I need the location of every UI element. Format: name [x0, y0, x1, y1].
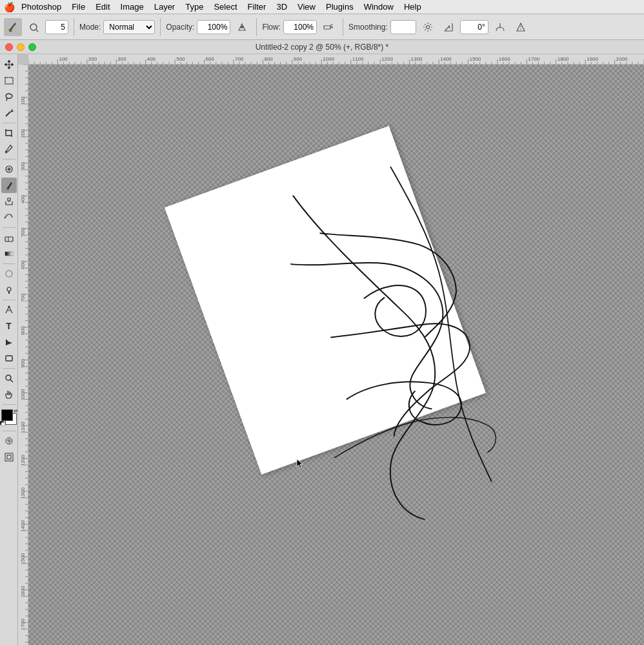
- document-titlebar: Untitled-2 copy 2 @ 50% (+, RGB/8*) *: [0, 40, 644, 54]
- svg-line-13: [6, 112, 10, 116]
- svg-line-16: [12, 111, 14, 112]
- tool-blur[interactable]: [1, 266, 17, 282]
- tool-move[interactable]: [1, 57, 17, 72]
- tool-dodge[interactable]: [1, 282, 17, 298]
- menu-layer[interactable]: Layer: [150, 0, 180, 14]
- close-button[interactable]: [5, 43, 13, 51]
- options-toolbar: Mode: Normal Multiply Screen Overlay Opa…: [0, 14, 644, 40]
- apple-menu[interactable]: 🍎: [3, 0, 15, 14]
- minimize-button[interactable]: [17, 43, 25, 51]
- opacity-input[interactable]: [197, 20, 230, 34]
- menu-plugins[interactable]: Plugins: [321, 0, 358, 14]
- lt-separator-1: [3, 123, 15, 123]
- document-canvas: [165, 126, 486, 475]
- canvas-area-wrapper: [18, 54, 644, 645]
- menu-photoshop[interactable]: Photoshop: [17, 0, 66, 14]
- swap-colors-icon[interactable]: ⇄: [14, 408, 18, 414]
- tool-marquee-rect[interactable]: [1, 73, 17, 88]
- tool-healing[interactable]: [1, 161, 17, 177]
- main-area: Untitled-2 copy 2 @ 50% (+, RGB/8*) *: [0, 40, 644, 645]
- lt-separator-5: [3, 300, 15, 300]
- lt-separator-3: [3, 227, 15, 228]
- angle-icon[interactable]: [439, 18, 458, 36]
- tool-history-brush[interactable]: [1, 210, 17, 225]
- brush-tool-icon[interactable]: [4, 18, 22, 36]
- mode-label: Mode:: [79, 23, 101, 32]
- tool-quick-mask[interactable]: [1, 433, 17, 449]
- svg-rect-23: [5, 237, 13, 241]
- pressure-icon[interactable]: [491, 18, 509, 36]
- svg-rect-4: [324, 26, 330, 29]
- airbrush-toggle[interactable]: [319, 18, 337, 36]
- svg-rect-12: [5, 77, 13, 84]
- foreground-color-swatch[interactable]: [1, 409, 13, 421]
- tool-brush[interactable]: [1, 178, 17, 193]
- tool-eraser[interactable]: [1, 230, 17, 245]
- smoothing-label: Smoothing:: [348, 23, 388, 32]
- document-title: Untitled-2 copy 2 @ 50% (+, RGB/8*) *: [256, 43, 389, 52]
- brush-size-input[interactable]: [45, 20, 68, 34]
- svg-rect-36: [5, 453, 13, 461]
- tool-crop[interactable]: [1, 125, 17, 141]
- ruler-h-canvas: [28, 54, 644, 65]
- menu-image[interactable]: Image: [116, 0, 148, 14]
- svg-line-32: [10, 380, 13, 382]
- mode-select[interactable]: Normal Multiply Screen Overlay: [103, 20, 155, 34]
- ruler-horizontal: [28, 54, 644, 65]
- flow-input[interactable]: [283, 20, 317, 34]
- canvas-with-rulers: [18, 65, 644, 645]
- menu-window[interactable]: Window: [359, 0, 398, 14]
- maximize-button[interactable]: [28, 43, 36, 51]
- toolbar-separator-3: [256, 18, 257, 36]
- lt-separator-8: [3, 431, 15, 431]
- smoothing-settings-icon[interactable]: [419, 18, 437, 36]
- tool-pen[interactable]: [1, 302, 17, 318]
- svg-point-7: [331, 26, 332, 27]
- left-toolbar: T ⇄: [0, 54, 18, 645]
- toolbar-separator-2: [160, 18, 161, 36]
- menu-filter[interactable]: Filter: [243, 0, 271, 14]
- svg-line-15: [12, 110, 13, 110]
- svg-point-29: [8, 306, 10, 308]
- color-swatches[interactable]: ⇄: [0, 408, 18, 427]
- menu-type[interactable]: Type: [181, 0, 208, 14]
- canvas-scroll-area[interactable]: [28, 65, 644, 645]
- tool-path-select[interactable]: [1, 334, 17, 350]
- angle-input[interactable]: [460, 20, 488, 34]
- tool-shape[interactable]: [1, 351, 17, 366]
- menu-help[interactable]: Help: [399, 0, 426, 14]
- canvas-background: [28, 65, 644, 645]
- smoothing-input[interactable]: [390, 20, 416, 34]
- svg-point-6: [332, 24, 333, 25]
- tool-artboard[interactable]: [1, 449, 17, 465]
- svg-point-1: [30, 24, 37, 30]
- flow-label: Flow:: [262, 23, 281, 32]
- symmetry-icon[interactable]: [512, 18, 530, 36]
- menu-view[interactable]: View: [293, 0, 320, 14]
- tool-gradient[interactable]: [1, 246, 17, 261]
- reset-colors-icon[interactable]: [0, 421, 5, 427]
- menu-edit[interactable]: Edit: [91, 0, 114, 14]
- tool-hand[interactable]: [1, 387, 17, 402]
- svg-point-26: [6, 271, 12, 277]
- svg-point-31: [6, 375, 11, 380]
- tool-eyedropper[interactable]: [1, 141, 17, 157]
- svg-point-3: [241, 26, 243, 28]
- lt-separator-4: [3, 263, 15, 264]
- tool-zoom[interactable]: [1, 371, 17, 386]
- menu-3d[interactable]: 3D: [272, 0, 292, 14]
- ruler-vertical: [18, 65, 28, 645]
- tool-type[interactable]: T: [1, 318, 17, 334]
- tool-magic-wand[interactable]: [1, 105, 17, 121]
- svg-rect-34: [1, 422, 5, 426]
- tool-lasso[interactable]: [1, 89, 17, 105]
- lt-separator-7: [3, 404, 15, 405]
- opacity-pressure[interactable]: [233, 18, 251, 36]
- brush-size-presets[interactable]: [25, 18, 43, 36]
- tool-clone[interactable]: [1, 194, 17, 209]
- menu-file[interactable]: File: [67, 0, 90, 14]
- svg-line-2: [36, 30, 38, 32]
- menu-select[interactable]: Select: [209, 0, 241, 14]
- toolbar-separator-4: [343, 18, 343, 36]
- lt-separator-2: [3, 159, 15, 159]
